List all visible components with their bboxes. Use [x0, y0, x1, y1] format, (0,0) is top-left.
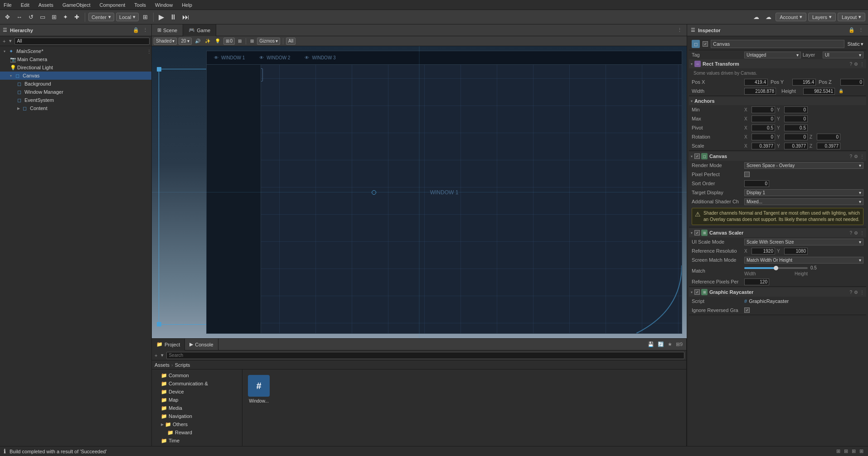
help-icon-raycaster[interactable]: ? — [849, 290, 852, 295]
screen-match-dropdown[interactable]: Match Width Or Height ▾ — [744, 257, 863, 264]
anchor-min-y[interactable] — [784, 106, 808, 113]
tree-more-mainscene[interactable]: ⋮ — [147, 49, 151, 54]
file-window-script[interactable]: # Window... — [246, 373, 272, 405]
width-input[interactable] — [744, 88, 776, 95]
rect-tool[interactable]: ▭ — [38, 12, 48, 22]
play-button[interactable]: ▶ — [157, 12, 166, 22]
render-mode-dropdown[interactable]: Screen Space - Overlay ▾ — [744, 162, 863, 169]
folder-common[interactable]: 📁 Common — [152, 371, 242, 379]
tab-game[interactable]: 🎮 Game — [183, 24, 216, 36]
rotation-x[interactable] — [752, 134, 775, 140]
menu-file[interactable]: File — [2, 2, 14, 8]
sort-order-input[interactable] — [744, 180, 769, 187]
more-icon-canvas[interactable]: ⋮ — [860, 154, 864, 159]
section-header-scaler[interactable]: ▾ ⊞ Canvas Scaler ? ⚙ ⋮ — [689, 228, 866, 237]
section-header-rect[interactable]: ▾ ↔ Rect Transform ? ⚙ ⋮ — [689, 59, 866, 68]
canvas-enabled-checkbox[interactable] — [694, 154, 700, 159]
menu-assets[interactable]: Assets — [37, 2, 55, 8]
project-refresh-btn[interactable]: 🔄 — [657, 341, 665, 347]
zoom-dropdown[interactable]: 20 ▾ — [179, 38, 191, 45]
folder-communication[interactable]: 📁 Communication & — [152, 379, 242, 388]
grid-btn[interactable]: ⊞ — [237, 38, 243, 44]
tree-item-canvas[interactable]: ▾ ◻ Canvas — [0, 72, 151, 80]
wh-lock-btn[interactable]: 🔒 — [838, 89, 844, 93]
target-display-dropdown[interactable]: Display 1 ▾ — [744, 189, 863, 196]
folder-time[interactable]: 📁 Time — [152, 437, 242, 445]
tree-item-maincamera[interactable]: 📷 Main Camera — [0, 55, 151, 63]
hierarchy-add-btn[interactable]: + — [2, 38, 6, 44]
posz-input[interactable] — [840, 79, 864, 86]
layout-dropdown[interactable]: Layout ▾ — [838, 13, 865, 21]
move-tool[interactable]: ✥ — [3, 12, 12, 22]
tree-item-dirlight[interactable]: 💡 Directional Light — [0, 63, 151, 72]
project-layers2-btn[interactable]: ⊞9 — [675, 341, 684, 347]
tree-item-windowmanager[interactable]: ◻ Window Manager — [0, 88, 151, 96]
lighting-btn[interactable]: 💡 — [213, 38, 222, 44]
component-name-field[interactable] — [711, 40, 844, 48]
more-icon-raycaster[interactable]: ⋮ — [860, 290, 864, 295]
scaler-enabled-checkbox[interactable] — [694, 230, 700, 235]
ignore-reversed-checkbox[interactable] — [744, 307, 750, 313]
rotation-z[interactable] — [817, 134, 840, 140]
section-header-canvas[interactable]: ▾ ◻ Canvas ? ⚙ ⋮ — [689, 152, 866, 161]
anchor-max-x[interactable] — [752, 115, 775, 122]
project-star-btn[interactable]: ★ — [667, 341, 673, 347]
layer-count-dropdown[interactable]: ⊞ 0 — [223, 38, 235, 45]
status-btn2[interactable]: ⊞ — [843, 448, 849, 454]
hierarchy-search[interactable] — [15, 38, 150, 45]
layer-dropdown[interactable]: UI ▾ — [823, 52, 863, 58]
ref-res-x[interactable] — [752, 248, 775, 254]
posx-input[interactable] — [744, 79, 768, 86]
component-enabled-checkbox[interactable] — [703, 41, 708, 47]
menu-help[interactable]: Help — [180, 2, 194, 8]
inspector-more-btn[interactable]: ⋮ — [858, 27, 864, 33]
extra-tool[interactable]: ✚ — [72, 12, 82, 22]
audio-btn[interactable]: 🔊 — [194, 38, 202, 44]
status-btn3[interactable]: ⊞ — [851, 448, 857, 454]
services-icon[interactable]: ☁ — [763, 12, 774, 22]
gizmos-dropdown[interactable]: Gizmos ▾ — [257, 38, 280, 45]
settings-icon-canvas[interactable]: ⚙ — [854, 154, 858, 159]
tab-scene[interactable]: ⊞ Scene — [152, 24, 183, 36]
scale-y[interactable] — [784, 143, 808, 149]
undo-tool[interactable]: ↺ — [26, 12, 36, 22]
account-dropdown[interactable]: Account ▾ — [776, 13, 806, 21]
transform-tool[interactable]: ⊞ — [49, 12, 59, 22]
pivot-y[interactable] — [784, 125, 808, 131]
raycaster-enabled-checkbox[interactable] — [694, 289, 700, 295]
ui-scale-mode-dropdown[interactable]: Scale With Screen Size ▾ — [744, 239, 863, 245]
help-icon-scaler[interactable]: ? — [849, 230, 852, 235]
hierarchy-lock-btn[interactable]: 🔒 — [132, 27, 140, 33]
rotate-view-tool[interactable]: ↔ — [14, 12, 24, 22]
folder-map[interactable]: 📁 Map — [152, 396, 242, 404]
settings-icon-raycaster[interactable]: ⚙ — [854, 290, 858, 295]
tree-item-background[interactable]: ◻ Background — [0, 80, 151, 88]
center-dropdown[interactable]: Center ▾ — [88, 13, 114, 21]
tab-project[interactable]: 📁 Project — [152, 339, 185, 350]
section-header-anchors[interactable]: ▾ Anchors — [689, 97, 866, 105]
rotation-y[interactable] — [784, 134, 808, 140]
more-icon-scaler[interactable]: ⋮ — [860, 230, 864, 235]
project-save-btn[interactable]: 💾 — [647, 341, 655, 347]
folder-reward[interactable]: 📁 Reward — [152, 428, 242, 437]
breadcrumb-assets[interactable]: Assets — [155, 362, 170, 368]
settings-icon-rect[interactable]: ⚙ — [854, 62, 858, 67]
scene-more-btn[interactable]: ⋮ — [676, 27, 683, 33]
status-btn1[interactable]: ⊞ — [835, 448, 841, 454]
help-icon-rect[interactable]: ? — [849, 62, 852, 67]
settings-icon-scaler[interactable]: ⚙ — [854, 230, 858, 235]
anchor-min-x[interactable] — [752, 106, 775, 113]
menu-window[interactable]: Window — [153, 2, 175, 8]
step-button[interactable]: ⏭ — [180, 12, 191, 22]
breadcrumb-scripts[interactable]: Scripts — [175, 362, 190, 368]
search-field[interactable]: All — [286, 38, 296, 45]
more-icon-rect[interactable]: ⋮ — [860, 62, 864, 67]
menu-gameobject[interactable]: GameObject — [61, 2, 92, 8]
ref-res-y[interactable] — [784, 248, 808, 254]
collab-icon[interactable]: ☁ — [751, 12, 761, 22]
section-header-raycaster[interactable]: ▾ ⊞ Graphic Raycaster ? ⚙ ⋮ — [689, 288, 866, 297]
tag-dropdown[interactable]: Untagged ▾ — [744, 52, 801, 58]
folder-device[interactable]: 📁 Device — [152, 388, 242, 396]
posy-input[interactable] — [792, 79, 816, 86]
tree-item-content[interactable]: ▶ ◻ Content — [0, 104, 151, 112]
